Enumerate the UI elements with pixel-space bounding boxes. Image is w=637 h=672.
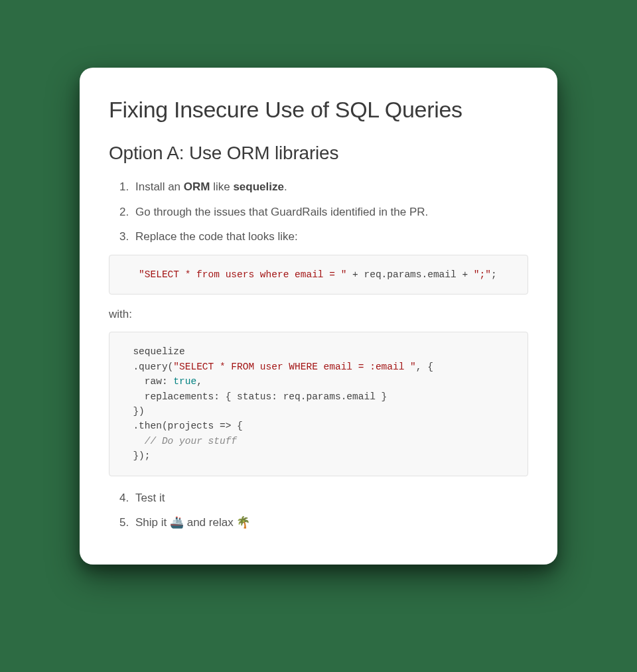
palm-tree-icon: 🌴 xyxy=(236,516,250,529)
step-3: Replace the code that looks like: xyxy=(135,228,528,245)
with-label: with: xyxy=(109,308,528,321)
ship-icon: 🚢 xyxy=(170,516,184,529)
section-heading: Option A: Use ORM libraries xyxy=(109,143,528,164)
page-title: Fixing Insecure Use of SQL Queries xyxy=(109,97,528,123)
step-1: Install an ORM like sequelize. xyxy=(135,178,528,196)
document-card: Fixing Insecure Use of SQL Queries Optio… xyxy=(80,68,557,565)
steps-list-part1: Install an ORM like sequelize. Go throug… xyxy=(135,178,528,245)
step-4: Test it xyxy=(135,490,528,507)
code-block-after: sequelize .query("SELECT * FROM user WHE… xyxy=(109,332,528,476)
step-2: Go through the issues that GuardRails id… xyxy=(135,204,528,221)
steps-list-part2: Test it Ship it 🚢 and relax 🌴 xyxy=(135,490,528,531)
step-5: Ship it 🚢 and relax 🌴 xyxy=(135,514,528,531)
code-block-before: "SELECT * from users where email = " + r… xyxy=(109,255,528,295)
